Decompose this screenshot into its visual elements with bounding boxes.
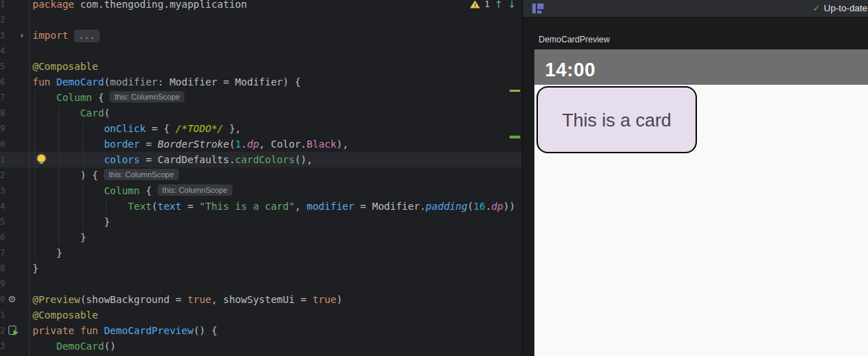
code-line[interactable]: DemoCard() bbox=[33, 338, 520, 354]
code-line[interactable] bbox=[33, 43, 520, 59]
gutter-row: 6 bbox=[0, 74, 29, 90]
code-token: BorderStroke bbox=[158, 138, 229, 150]
line-number: 2 bbox=[0, 167, 6, 183]
line-number: 1 bbox=[0, 307, 6, 323]
code-token: }, bbox=[223, 123, 241, 134]
build-status[interactable]: ✓ Up-to-date bbox=[813, 3, 867, 14]
editor-gutter[interactable]: 123›45678901234567890⚙1234 bbox=[0, 0, 30, 356]
code-line[interactable]: Column {this: ColumnScope bbox=[33, 90, 520, 105]
code-line[interactable]: Column {this: ColumnScope bbox=[33, 183, 520, 198]
inspections-widget[interactable]: 1 ↑ ↓ bbox=[470, 0, 516, 9]
code-token: ), bbox=[336, 138, 348, 150]
gutter-row: 1 bbox=[0, 307, 29, 323]
code-line[interactable]: @Composable bbox=[33, 307, 520, 323]
gutter-row: 3 bbox=[0, 338, 29, 354]
code-token: dp bbox=[491, 201, 503, 212]
next-issue-arrow-icon[interactable]: ↓ bbox=[508, 0, 516, 9]
code-token: = bbox=[140, 138, 158, 150]
warning-triangle-icon[interactable] bbox=[470, 1, 480, 8]
code-token: ... bbox=[74, 30, 99, 42]
code-line[interactable]: border = BorderStroke(1.dp, Color.Black)… bbox=[33, 136, 520, 152]
code-line[interactable]: @Preview(showBackground = true, showSyst… bbox=[33, 292, 520, 307]
code-line[interactable]: } bbox=[33, 214, 520, 230]
code-line[interactable]: fun DemoCard(modifier: Modifier = Modifi… bbox=[33, 74, 520, 90]
code-token bbox=[98, 325, 104, 336]
line-number: 2 bbox=[0, 323, 6, 338]
run-preview-icon[interactable] bbox=[8, 326, 16, 335]
gutter-gear-icon[interactable]: ⚙ bbox=[8, 294, 16, 305]
gutter-row: 2 bbox=[0, 167, 29, 183]
line-number: 0 bbox=[0, 136, 6, 152]
code-line[interactable]: package com.thengoding.myapplication bbox=[33, 0, 520, 12]
code-token: padding bbox=[426, 201, 467, 212]
line-number: 3 bbox=[0, 338, 6, 354]
code-line[interactable]: private fun DemoCardPreview() { bbox=[33, 323, 520, 338]
code-line[interactable]: } bbox=[33, 245, 520, 261]
code-token: . bbox=[486, 201, 491, 212]
line-number: 1 bbox=[0, 152, 6, 167]
code-token bbox=[33, 123, 104, 134]
gutter-row: 1 bbox=[0, 152, 29, 167]
line-number: 6 bbox=[0, 230, 6, 245]
scrollbar-todo-mark[interactable] bbox=[510, 136, 520, 138]
code-line[interactable]: ) {this: ColumnScope bbox=[33, 167, 520, 183]
rendered-card: This is a card bbox=[536, 86, 697, 153]
code-token: ) { bbox=[33, 170, 98, 181]
gutter-row: 7 bbox=[0, 245, 29, 261]
code-token: )) bbox=[503, 201, 515, 212]
code-line[interactable]: } bbox=[33, 230, 520, 245]
preview-title[interactable]: DemoCardPreview bbox=[539, 35, 610, 44]
code-editor[interactable]: 123›45678901234567890⚙1234 package com.t… bbox=[0, 0, 523, 356]
code-token: 16 bbox=[474, 201, 486, 212]
code-token: modifier bbox=[110, 76, 158, 88]
inlay-hint: this: ColumnScope bbox=[158, 184, 233, 196]
code-token: @Composable bbox=[33, 61, 98, 72]
code-token: private bbox=[33, 325, 74, 336]
device-status-bar: 14:00 bbox=[534, 49, 868, 85]
code-line[interactable]: Card( bbox=[33, 105, 520, 121]
gutter-row: 5 bbox=[0, 214, 29, 230]
build-status-label: Up-to-date bbox=[824, 3, 867, 14]
gutter-row: 8 bbox=[0, 105, 29, 121]
code-token: @Composable bbox=[33, 309, 98, 321]
code-line[interactable]: colors = CardDefaults.cardColors(), bbox=[33, 152, 520, 167]
code-line[interactable] bbox=[33, 12, 520, 28]
code-line[interactable] bbox=[33, 276, 520, 292]
scrollbar-warning-mark[interactable] bbox=[510, 90, 520, 92]
code-token: } bbox=[33, 247, 62, 259]
check-icon: ✓ bbox=[813, 3, 821, 14]
code-token: . bbox=[241, 138, 247, 150]
line-number: 5 bbox=[0, 59, 6, 74]
code-token: { bbox=[92, 92, 104, 103]
code-token: 1 bbox=[235, 138, 241, 150]
code-token bbox=[50, 76, 56, 88]
code-token: , Color. bbox=[259, 138, 306, 150]
code-token: (showBackground = bbox=[80, 294, 187, 305]
code-area[interactable]: package com.thengoding.myapplicationimpo… bbox=[33, 0, 520, 356]
code-line[interactable]: Text(text = "This is a card", modifier =… bbox=[33, 198, 520, 214]
code-line[interactable]: onClick = { /*TODO*/ }, bbox=[33, 121, 520, 136]
gutter-row: 3 bbox=[0, 183, 29, 198]
code-token: } bbox=[33, 216, 110, 227]
code-token bbox=[33, 92, 57, 103]
gutter-row: 6 bbox=[0, 230, 29, 245]
gutter-row: 7 bbox=[0, 90, 29, 105]
code-line[interactable]: } bbox=[33, 261, 520, 276]
code-token bbox=[33, 138, 104, 150]
gutter-row: 0⚙ bbox=[0, 292, 29, 307]
code-token: DemoCard bbox=[57, 76, 104, 88]
intention-lightbulb-icon[interactable] bbox=[37, 155, 45, 162]
gutter-row: 4 bbox=[0, 43, 29, 59]
line-number: 9 bbox=[0, 121, 6, 136]
grid-layout-icon[interactable] bbox=[532, 3, 544, 14]
fold-arrow-icon[interactable]: › bbox=[19, 29, 25, 42]
code-line[interactable]: import ... bbox=[33, 28, 520, 43]
device-preview-frame: 14:00 This is a card bbox=[534, 49, 868, 356]
code-token: = { bbox=[146, 123, 175, 134]
code-line[interactable]: @Composable bbox=[33, 59, 520, 74]
prev-issue-arrow-icon[interactable]: ↑ bbox=[495, 0, 503, 9]
code-token: Black bbox=[307, 138, 336, 150]
gutter-row: 8 bbox=[0, 261, 29, 276]
gutter-row: 0 bbox=[0, 136, 29, 152]
warning-count[interactable]: 1 bbox=[485, 0, 490, 9]
